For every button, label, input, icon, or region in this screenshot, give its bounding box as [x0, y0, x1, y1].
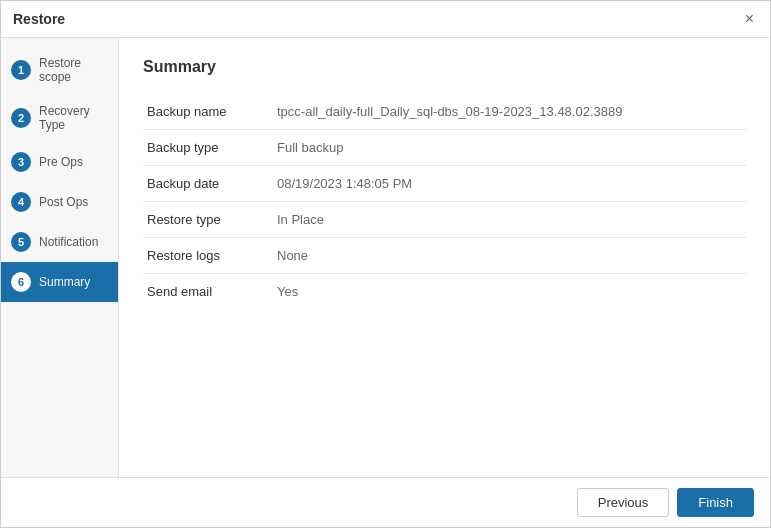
sidebar-item-recovery-type[interactable]: 2Recovery Type — [1, 94, 118, 142]
close-button[interactable]: × — [741, 9, 758, 29]
row-label: Backup name — [143, 94, 273, 130]
main-content: Summary Backup nametpcc-all_daily-full_D… — [119, 38, 770, 477]
sidebar-item-label: Post Ops — [39, 195, 88, 209]
step-badge: 6 — [11, 272, 31, 292]
row-label: Backup type — [143, 130, 273, 166]
modal-body: 1Restore scope2Recovery Type3Pre Ops4Pos… — [1, 38, 770, 477]
table-row: Restore typeIn Place — [143, 202, 746, 238]
sidebar-item-summary[interactable]: 6Summary — [1, 262, 118, 302]
row-value: 08/19/2023 1:48:05 PM — [273, 166, 746, 202]
step-badge: 4 — [11, 192, 31, 212]
sidebar-item-label: Summary — [39, 275, 90, 289]
row-label: Restore logs — [143, 238, 273, 274]
table-row: Restore logsNone — [143, 238, 746, 274]
step-badge: 2 — [11, 108, 31, 128]
sidebar-item-label: Pre Ops — [39, 155, 83, 169]
row-value: Full backup — [273, 130, 746, 166]
modal-header: Restore × — [1, 1, 770, 38]
sidebar-item-label: Restore scope — [39, 56, 108, 84]
step-badge: 1 — [11, 60, 31, 80]
restore-modal: Restore × 1Restore scope2Recovery Type3P… — [0, 0, 771, 528]
table-row: Backup date08/19/2023 1:48:05 PM — [143, 166, 746, 202]
modal-footer: Previous Finish — [1, 477, 770, 527]
sidebar-item-restore-scope[interactable]: 1Restore scope — [1, 46, 118, 94]
row-label: Backup date — [143, 166, 273, 202]
row-value: In Place — [273, 202, 746, 238]
previous-button[interactable]: Previous — [577, 488, 670, 517]
modal-title: Restore — [13, 11, 65, 27]
sidebar-item-label: Notification — [39, 235, 98, 249]
summary-table: Backup nametpcc-all_daily-full_Daily_sql… — [143, 94, 746, 309]
row-label: Restore type — [143, 202, 273, 238]
step-badge: 3 — [11, 152, 31, 172]
row-label: Send email — [143, 274, 273, 310]
table-row: Send emailYes — [143, 274, 746, 310]
finish-button[interactable]: Finish — [677, 488, 754, 517]
table-row: Backup typeFull backup — [143, 130, 746, 166]
step-badge: 5 — [11, 232, 31, 252]
section-title: Summary — [143, 58, 746, 76]
sidebar-item-notification[interactable]: 5Notification — [1, 222, 118, 262]
sidebar-item-label: Recovery Type — [39, 104, 108, 132]
row-value: tpcc-all_daily-full_Daily_sql-dbs_08-19-… — [273, 94, 746, 130]
table-row: Backup nametpcc-all_daily-full_Daily_sql… — [143, 94, 746, 130]
sidebar-item-pre-ops[interactable]: 3Pre Ops — [1, 142, 118, 182]
row-value: None — [273, 238, 746, 274]
sidebar: 1Restore scope2Recovery Type3Pre Ops4Pos… — [1, 38, 119, 477]
sidebar-item-post-ops[interactable]: 4Post Ops — [1, 182, 118, 222]
row-value: Yes — [273, 274, 746, 310]
